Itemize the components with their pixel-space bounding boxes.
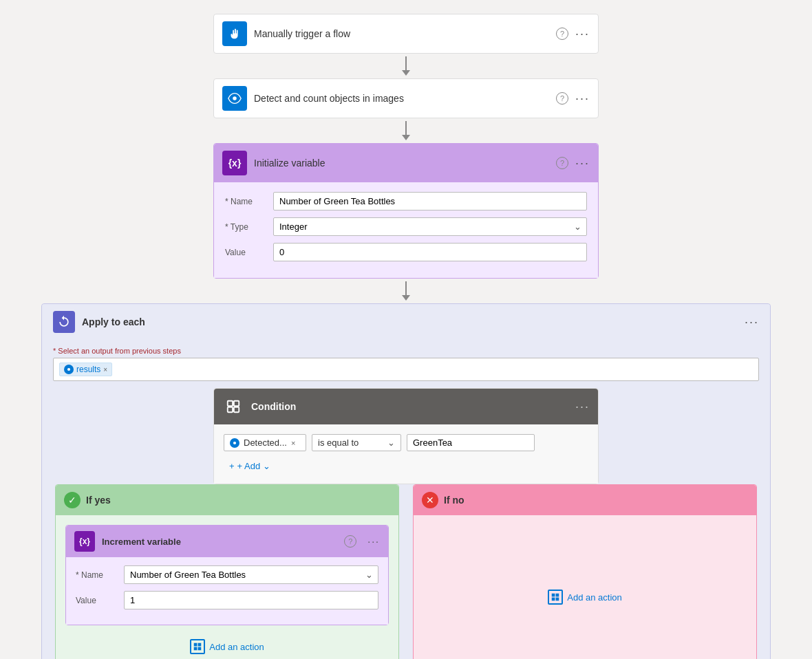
add-plus-icon: + bbox=[229, 461, 235, 471]
apply-each-header: Apply to each ··· bbox=[42, 304, 770, 340]
detect-card: Detect and count objects in images ? ··· bbox=[213, 78, 599, 118]
results-tag-close[interactable]: × bbox=[103, 366, 107, 374]
inc-value-input[interactable] bbox=[124, 591, 378, 609]
results-tag-label: results bbox=[76, 365, 100, 374]
svg-point-6 bbox=[233, 441, 236, 444]
initvar-title: Initialize variable bbox=[254, 158, 549, 169]
type-label: * Type bbox=[225, 222, 266, 232]
svg-rect-2 bbox=[228, 401, 233, 406]
results-tag-icon bbox=[64, 365, 74, 374]
branch-row: ✓ If yes {x} Increment variable ? bbox=[55, 484, 757, 659]
condition-title: Condition bbox=[251, 401, 568, 412]
branch-yes-header: ✓ If yes bbox=[56, 485, 398, 515]
no-add-action-button[interactable]: Add an action bbox=[434, 585, 736, 609]
arrow-2 bbox=[402, 118, 410, 143]
branch-yes: ✓ If yes {x} Increment variable ? bbox=[55, 484, 399, 659]
initvar-icon: {x} bbox=[222, 151, 247, 175]
apply-each-title: Apply to each bbox=[82, 316, 738, 327]
apply-each-output: * Select an output from previous steps r… bbox=[53, 347, 759, 381]
condition-operator[interactable]: is equal to ⌄ bbox=[312, 434, 401, 451]
value-label: Value bbox=[225, 248, 266, 257]
condition-more-icon[interactable]: ··· bbox=[575, 400, 590, 414]
increment-icon: {x} bbox=[74, 531, 95, 552]
condition-body: Detected... × is equal to ⌄ + + Add bbox=[214, 424, 598, 484]
svg-rect-14 bbox=[556, 598, 559, 601]
detect-icon bbox=[222, 86, 247, 111]
apply-each-more-icon[interactable]: ··· bbox=[745, 315, 759, 330]
operator-chevron: ⌄ bbox=[387, 437, 395, 448]
condition-row: Detected... × is equal to ⌄ bbox=[224, 434, 588, 451]
results-tag: results × bbox=[59, 363, 112, 376]
value-input[interactable] bbox=[273, 243, 587, 261]
inc-name-select-wrap: Number of Green Tea Bottles bbox=[124, 565, 378, 584]
output-input-area[interactable]: results × bbox=[53, 358, 759, 381]
initvar-help-icon[interactable]: ? bbox=[556, 157, 568, 169]
type-select-wrap: Integer bbox=[273, 217, 587, 236]
add-chevron-icon: ⌄ bbox=[263, 461, 270, 471]
condition-value-input[interactable] bbox=[407, 434, 535, 451]
branch-yes-label: If yes bbox=[86, 495, 111, 506]
initvar-more-icon[interactable]: ··· bbox=[575, 156, 590, 171]
increment-header: {x} Increment variable ? ··· bbox=[66, 526, 388, 557]
branch-no-label: If no bbox=[444, 495, 464, 506]
no-branch-inner: Add an action bbox=[414, 515, 756, 659]
svg-rect-5 bbox=[234, 407, 239, 412]
add-btn-label: + Add bbox=[237, 461, 261, 471]
svg-point-1 bbox=[67, 368, 70, 371]
increment-more-icon[interactable]: ··· bbox=[367, 536, 380, 547]
apply-each-icon bbox=[53, 311, 75, 333]
branch-no: ✕ If no Add an action bbox=[413, 484, 757, 659]
apply-each-container: Apply to each ··· * Select an output fro… bbox=[41, 303, 771, 659]
name-input[interactable] bbox=[273, 192, 587, 210]
increment-card: {x} Increment variable ? ··· * Name bbox=[65, 525, 389, 625]
svg-rect-3 bbox=[234, 401, 239, 406]
arrow-1 bbox=[402, 54, 410, 78]
trigger-icon bbox=[222, 21, 247, 46]
trigger-title: Manually trigger a flow bbox=[254, 28, 549, 39]
operator-label: is equal to bbox=[318, 437, 359, 448]
initvar-card: {x} Initialize variable ? ··· * Name * T… bbox=[213, 143, 599, 279]
increment-help-icon[interactable]: ? bbox=[344, 535, 356, 548]
output-label: * Select an output from previous steps bbox=[53, 347, 759, 355]
arrow-3 bbox=[402, 279, 410, 303]
detected-chip-close[interactable]: × bbox=[291, 439, 295, 447]
condition-icon bbox=[222, 396, 244, 418]
svg-point-0 bbox=[233, 96, 237, 100]
condition-left-chip[interactable]: Detected... × bbox=[224, 434, 306, 451]
inner-flow: Condition ··· Detected... × bbox=[42, 388, 770, 659]
svg-rect-12 bbox=[556, 594, 559, 597]
yes-add-action-button[interactable]: Add an action bbox=[56, 635, 398, 658]
svg-rect-9 bbox=[194, 647, 197, 651]
no-x-icon: ✕ bbox=[422, 492, 438, 508]
initvar-header: {x} Initialize variable ? ··· bbox=[214, 144, 598, 182]
detect-help-icon[interactable]: ? bbox=[556, 92, 568, 105]
svg-rect-7 bbox=[194, 643, 197, 647]
svg-rect-11 bbox=[552, 594, 555, 597]
no-add-action-icon bbox=[548, 590, 563, 605]
trigger-help-icon[interactable]: ? bbox=[556, 28, 568, 40]
detect-title: Detect and count objects in images bbox=[254, 93, 549, 104]
detected-chip-label: Detected... bbox=[244, 437, 287, 448]
condition-add-button[interactable]: + + Add ⌄ bbox=[224, 458, 276, 474]
detect-more-icon[interactable]: ··· bbox=[575, 91, 590, 106]
inc-name-select[interactable]: Number of Green Tea Bottles bbox=[124, 565, 378, 584]
inc-name-label: * Name bbox=[76, 570, 117, 580]
svg-rect-8 bbox=[198, 643, 202, 647]
trigger-more-icon[interactable]: ··· bbox=[575, 27, 590, 41]
svg-rect-13 bbox=[552, 598, 555, 601]
type-select[interactable]: Integer bbox=[273, 217, 587, 236]
svg-rect-4 bbox=[228, 407, 233, 412]
yes-check-icon: ✓ bbox=[64, 492, 81, 508]
branch-no-header: ✕ If no bbox=[414, 485, 756, 515]
condition-header: Condition ··· bbox=[214, 389, 598, 424]
yes-add-action-label: Add an action bbox=[209, 642, 264, 652]
trigger-card: Manually trigger a flow ? ··· bbox=[213, 14, 599, 54]
condition-card: Condition ··· Detected... × bbox=[213, 388, 599, 484]
svg-rect-10 bbox=[198, 647, 202, 651]
inc-value-label: Value bbox=[76, 596, 117, 605]
yes-add-action-icon bbox=[190, 639, 205, 654]
increment-title: Increment variable bbox=[102, 537, 337, 547]
name-label: * Name bbox=[225, 197, 266, 206]
detected-chip-icon bbox=[230, 438, 239, 448]
yes-add-action-area: Add an action bbox=[56, 635, 398, 658]
